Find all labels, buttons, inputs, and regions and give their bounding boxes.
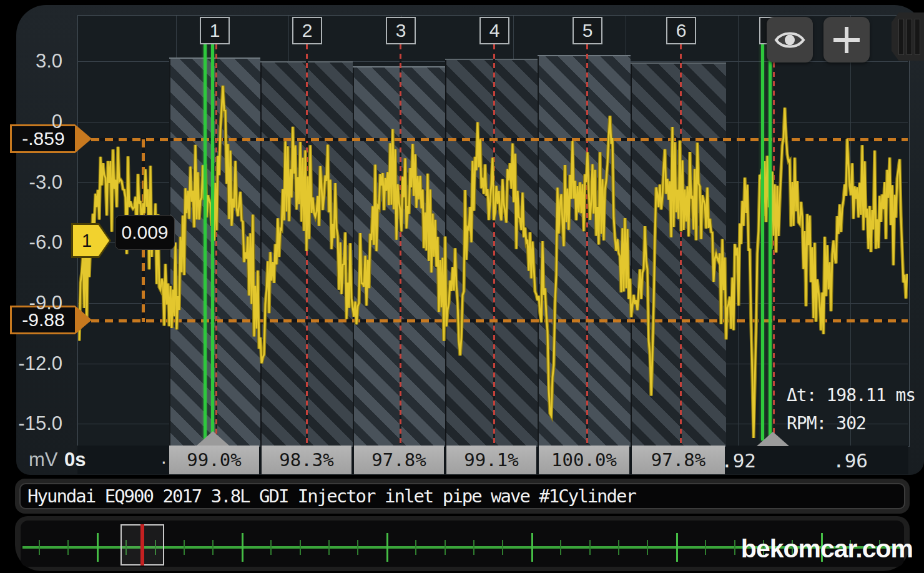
overview-tick [212, 540, 214, 555]
y-tick-label: -15.0 [17, 412, 62, 434]
cycle-marker-line [306, 44, 308, 444]
x-axis-partial-tick: . [161, 446, 167, 469]
y-tick-label: -3.0 [17, 171, 62, 192]
time-flag-value: 0.009 [121, 222, 168, 243]
cycle-marker-5[interactable]: 5 [573, 17, 602, 44]
y-tick-label: 0 [17, 111, 62, 132]
overview-tick [647, 540, 648, 555]
cycle-marker-6[interactable]: 6 [666, 17, 696, 44]
sync1-green-cursor-a[interactable] [204, 44, 207, 441]
sync2-green-cursor-b[interactable] [769, 44, 772, 441]
cycle-percentage: 97.8% [354, 446, 444, 474]
cycle-marker-2[interactable]: 2 [292, 17, 322, 44]
overview-tick [242, 533, 243, 562]
y-tick-label: -9.0 [17, 292, 62, 313]
overview-tick [705, 540, 706, 555]
overview-tick [97, 533, 99, 562]
overview-tick [560, 540, 561, 555]
sync2-triangle-marker[interactable] [757, 432, 789, 446]
x-axis-origin-label: 0s [64, 449, 86, 471]
overview-tick [531, 533, 533, 562]
drawer-handle-icon [915, 19, 920, 55]
visibility-button[interactable] [767, 17, 813, 62]
y-tick-label: -6.0 [17, 231, 62, 252]
upper-cursor-arrow-icon [75, 124, 92, 153]
overview-position-line[interactable] [140, 524, 144, 566]
sync1-red-dash-line [215, 44, 217, 444]
cycle-marker-line [680, 44, 682, 444]
overview-tick [445, 540, 446, 555]
sync2-red-dash-line [773, 44, 775, 444]
overview-tick [328, 540, 330, 555]
hatch-block [631, 62, 726, 447]
overview-tick [386, 533, 388, 562]
drawer-handle-icon [907, 19, 912, 55]
y-axis-unit: mV [29, 449, 58, 471]
cycle-percentage: 98.3% [262, 446, 351, 474]
cycle-marker-1[interactable]: 1 [200, 17, 230, 44]
cycle-percentage: 99.0% [169, 446, 259, 474]
overview-tick [39, 540, 40, 555]
cycle-marker-3[interactable]: 3 [386, 17, 416, 44]
overview-tick [676, 533, 678, 562]
cycle-marker-4[interactable]: 4 [479, 17, 509, 44]
sync2-green-cursor-a[interactable] [761, 44, 764, 441]
overview-tick [67, 540, 69, 555]
v-grid-line [850, 16, 851, 446]
watermark: bekomcar.com [741, 534, 913, 564]
delta-t-readout: Δt: 198.11 ms [787, 385, 915, 406]
overview-tick [300, 540, 301, 555]
overview-tick [734, 540, 735, 555]
overview-tick [618, 540, 619, 555]
side-panel-handle[interactable] [892, 12, 924, 61]
v-grid-line [738, 16, 739, 446]
add-button[interactable] [823, 17, 870, 62]
title-field[interactable]: Hyundai EQ900 2017 3.8L GDI Injector inl… [19, 483, 905, 509]
overview-tick [502, 540, 503, 555]
x-tick-label: .92 [717, 449, 760, 472]
plus-icon [832, 26, 861, 54]
cycle-marker-line [586, 44, 588, 444]
x-tick-label: .96 [828, 449, 872, 472]
y-tick-label: -12.0 [17, 352, 62, 374]
cycle-percentage: 100.0% [539, 446, 629, 474]
lower-cursor-arrow-icon [75, 306, 92, 334]
hatch-block [353, 66, 445, 447]
cycle-marker-line [400, 44, 401, 444]
drawer-handle-icon [898, 19, 904, 55]
cycle-percentage: 97.8% [632, 446, 725, 474]
overview-tick [473, 540, 474, 555]
time-flag-value-tooltip: 0.009 [115, 215, 175, 250]
app-root: -.859 -9.88 123456 99.0%98.3%97.8%99.1%1… [0, 0, 924, 573]
sync1-green-cursor-b[interactable] [211, 44, 214, 441]
overview-tick [357, 540, 358, 555]
overview-tick [270, 540, 272, 555]
hatch-block [445, 59, 538, 447]
rpm-readout: RPM: 302 [787, 413, 866, 434]
cycle-marker-line [493, 44, 495, 444]
y-tick-label: 3.0 [17, 50, 62, 71]
time-flag-number: 1 [73, 231, 92, 251]
overview-tick [589, 540, 591, 555]
hatch-block [538, 55, 631, 447]
overview-tick [184, 540, 185, 555]
hatch-block [169, 57, 260, 447]
eye-icon [774, 29, 805, 51]
overview-tick [415, 540, 416, 555]
recording-title: Hyundai EQ900 2017 3.8L GDI Injector inl… [21, 486, 636, 507]
cycle-percentage: 99.1% [446, 446, 536, 474]
sync1-triangle-marker[interactable] [197, 431, 229, 446]
